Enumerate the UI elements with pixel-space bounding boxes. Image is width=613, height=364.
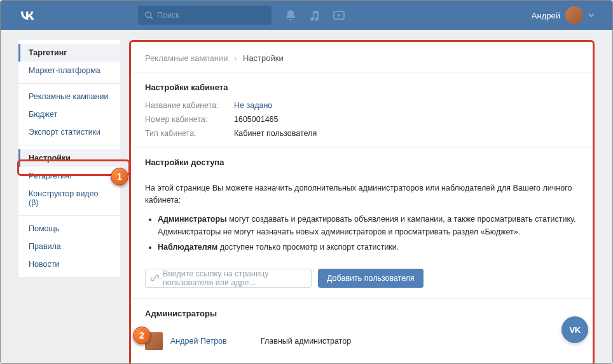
admin-row: Андрей ПетровГлавный администратор bbox=[131, 325, 593, 358]
kv-row: Номер кабинета:1605001465 bbox=[131, 112, 593, 126]
breadcrumb-root[interactable]: Рекламные кампании bbox=[145, 53, 228, 63]
header-icons bbox=[284, 9, 345, 22]
sidebar-item[interactable]: Помощь bbox=[18, 220, 120, 238]
admin-name[interactable]: Андрей Петров bbox=[170, 337, 253, 346]
svg-line-1 bbox=[151, 17, 153, 20]
bell-icon[interactable] bbox=[284, 9, 297, 22]
chevron-right-icon: › bbox=[234, 53, 237, 63]
link-icon bbox=[151, 274, 159, 282]
user-name: Андрей bbox=[532, 11, 560, 20]
admins-title: Администраторы bbox=[131, 299, 593, 325]
kv-row: Название кабинета:Не задано bbox=[131, 98, 593, 112]
sidebar-item[interactable]: Таргетинг bbox=[18, 44, 120, 62]
search-placeholder: Поиск bbox=[157, 11, 179, 20]
admin-role: Главный администратор bbox=[261, 337, 351, 346]
sidebar-item[interactable]: Конструктор видео (β) bbox=[18, 185, 120, 212]
search-icon bbox=[144, 11, 153, 20]
cabinet-title: Настройки кабинета bbox=[131, 72, 593, 98]
access-intro: На этой странице Вы можете назначить доп… bbox=[131, 173, 593, 213]
sidebar: ТаргетингМаркет-платформаРекламные кампа… bbox=[18, 40, 120, 277]
list-item: Наблюдателям доступен только просмотр и … bbox=[158, 241, 579, 253]
breadcrumb-current: Настройки bbox=[243, 53, 284, 63]
list-item: Администраторы могут создавать и редакти… bbox=[158, 213, 579, 238]
sidebar-item[interactable]: Ретаргетинг bbox=[18, 167, 120, 185]
sidebar-item[interactable]: Бюджет bbox=[18, 105, 120, 123]
main-panel: Рекламные кампании › Настройки Настройки… bbox=[129, 40, 595, 364]
svg-point-0 bbox=[146, 12, 151, 18]
sidebar-item[interactable]: Настройки bbox=[18, 149, 120, 167]
input-placeholder: Введите ссылку на страницу пользователя … bbox=[163, 269, 306, 287]
access-list: Администраторы могут создавать и редакти… bbox=[131, 213, 593, 264]
avatar bbox=[565, 6, 583, 24]
search-input[interactable]: Поиск bbox=[138, 6, 272, 25]
top-header: Поиск Андрей bbox=[1, 1, 612, 30]
chevron-down-icon bbox=[588, 12, 595, 18]
music-icon[interactable] bbox=[308, 9, 321, 22]
access-title: Настройки доступа bbox=[131, 147, 593, 173]
sidebar-item[interactable]: Маркет-платформа bbox=[18, 62, 120, 79]
user-menu[interactable]: Андрей bbox=[532, 6, 595, 24]
sidebar-item[interactable]: Рекламные кампании bbox=[18, 88, 120, 105]
sidebar-item[interactable]: Новости bbox=[18, 255, 120, 273]
annotation-badge-1: 1 bbox=[111, 168, 128, 185]
add-user-button[interactable]: Добавить пользователя bbox=[318, 269, 424, 288]
vk-fab-button[interactable]: VK bbox=[561, 316, 588, 343]
sidebar-item[interactable]: Экспорт статистики bbox=[18, 123, 120, 141]
sidebar-item[interactable]: Правила bbox=[18, 238, 120, 255]
annotation-badge-2: 2 bbox=[133, 327, 151, 344]
kv-row: Тип кабинета:Кабинет пользователя bbox=[131, 126, 593, 140]
user-link-input[interactable]: Введите ссылку на страницу пользователя … bbox=[145, 269, 312, 288]
breadcrumb: Рекламные кампании › Настройки bbox=[131, 42, 593, 72]
video-icon[interactable] bbox=[333, 9, 345, 22]
vk-logo[interactable] bbox=[18, 6, 36, 24]
